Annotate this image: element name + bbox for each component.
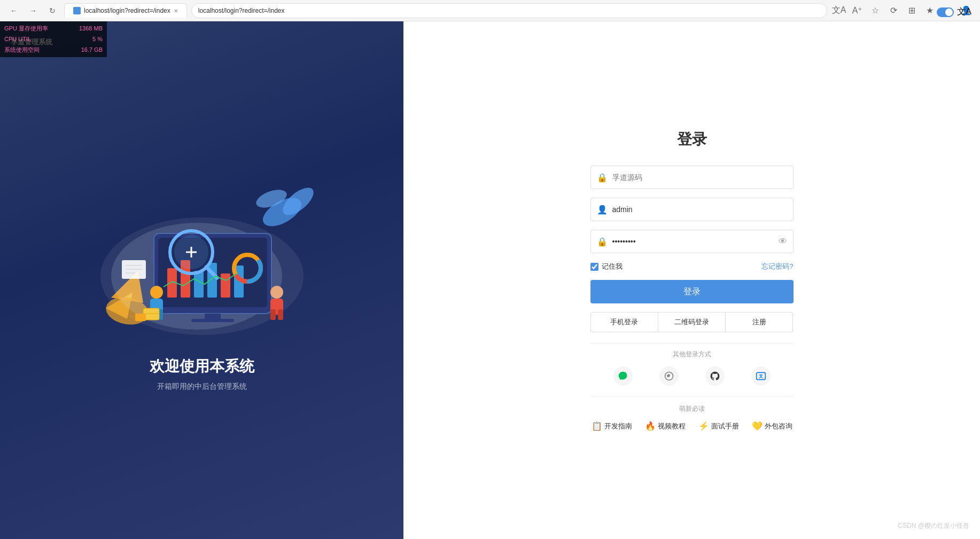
sys-disk-label: 系统使用空间 — [4, 46, 40, 53]
newbie-links: 📋 开发指南 🔥 视频教程 ⚡ 面试手册 💛 外包咨询 — [590, 421, 794, 431]
toggle-switch[interactable] — [937, 7, 954, 17]
refresh-button[interactable]: ↻ — [45, 3, 60, 18]
back-button[interactable]: ← — [6, 3, 21, 18]
star-icon[interactable]: ★ — [922, 3, 937, 18]
address-input[interactable] — [191, 3, 827, 18]
tab-favicon — [73, 7, 81, 14]
left-panel: 孚道管理系统 — [0, 21, 403, 539]
svg-rect-12 — [194, 271, 204, 298]
wechat-icon[interactable] — [613, 366, 633, 386]
dev-guide-label: 开发指南 — [604, 421, 632, 431]
divider2 — [590, 396, 794, 397]
alt-login-buttons: 手机登录 二维码登录 注册 — [590, 312, 794, 332]
qrcode-login-button[interactable]: 二维码登录 — [658, 312, 726, 332]
outsource-consult-link[interactable]: 💛 外包咨询 — [752, 421, 792, 431]
browser-bar: ← → ↻ localhost/login?redirect=/index ✕ … — [0, 0, 980, 21]
tenant-input[interactable] — [590, 166, 794, 189]
browser-tab[interactable]: localhost/login?redirect=/index ✕ — [64, 3, 187, 18]
tenant-icon: 🔒 — [597, 173, 608, 183]
forgot-password-link[interactable]: 忘记密码? — [761, 262, 793, 271]
social-icons: 支 — [590, 366, 794, 386]
username-group: 👤 — [590, 198, 794, 221]
csdn-watermark: CSDN @樱の红发小怪兽 — [898, 521, 969, 530]
gpu-util-value: 1368 MB — [79, 24, 103, 34]
illustration — [74, 169, 330, 340]
newbie-label: 萌新必读 — [590, 404, 794, 413]
right-panel: 登录 🔒 👤 🔒 👁 记住我 — [403, 21, 980, 539]
svg-rect-33 — [278, 309, 283, 320]
translate-label: 文A — [957, 6, 971, 18]
github-icon[interactable] — [705, 366, 725, 386]
refresh-icon2[interactable]: ⟳ — [886, 3, 901, 18]
user-icon: 👤 — [597, 205, 608, 215]
video-tutorial-icon: 🔥 — [645, 421, 656, 431]
welcome-title: 欢迎使用本系统 — [150, 356, 254, 377]
login-title: 登录 — [590, 129, 794, 150]
username-input[interactable] — [590, 198, 794, 221]
login-button[interactable]: 登录 — [590, 280, 794, 303]
eye-icon[interactable]: 👁 — [779, 237, 787, 246]
outsource-label: 外包咨询 — [765, 421, 792, 431]
divider1 — [590, 343, 794, 343]
interview-label: 面试手册 — [711, 421, 739, 431]
svg-text:支: 支 — [758, 373, 764, 379]
forward-button[interactable]: → — [26, 3, 41, 18]
svg-rect-20 — [191, 319, 234, 322]
translate-toggle[interactable]: 文A — [937, 6, 971, 18]
phone-login-button[interactable]: 手机登录 — [590, 312, 658, 332]
dev-guide-icon: 📋 — [592, 421, 602, 431]
remember-checkbox[interactable] — [590, 263, 598, 271]
interview-handbook-link[interactable]: ⚡ 面试手册 — [698, 421, 739, 431]
video-tutorial-label: 视频教程 — [658, 421, 686, 431]
svg-rect-32 — [270, 309, 276, 320]
video-tutorial-link[interactable]: 🔥 视频教程 — [645, 421, 686, 431]
password-input[interactable] — [590, 230, 794, 253]
sys-disk-value: 16.7 GB — [81, 45, 103, 56]
cpu-util-value: 5 % — [92, 34, 103, 45]
split-view-icon[interactable]: ⊞ — [904, 3, 919, 18]
main-content: 孚道管理系统 — [0, 21, 980, 539]
welcome-sub: 开箱即用的中后台管理系统 — [157, 382, 247, 392]
remember-me-label[interactable]: 记住我 — [590, 262, 623, 271]
weibo-icon[interactable] — [659, 366, 679, 386]
tenant-group: 🔒 — [590, 166, 794, 189]
read-mode-icon[interactable]: A⁺ — [850, 3, 865, 18]
cpu-util-label: CPU UTIL — [4, 36, 31, 42]
dev-guide-link[interactable]: 📋 开发指南 — [592, 421, 632, 431]
register-button[interactable]: 注册 — [726, 312, 793, 332]
svg-rect-36 — [135, 314, 146, 321]
svg-point-30 — [270, 286, 283, 299]
interview-icon: ⚡ — [698, 421, 709, 431]
close-tab-button[interactable]: ✕ — [174, 8, 178, 14]
password-group: 🔒 👁 — [590, 230, 794, 253]
form-options: 记住我 忘记密码? — [590, 262, 794, 271]
outsource-icon: 💛 — [752, 421, 763, 431]
tab-label: localhost/login?redirect=/index — [84, 7, 170, 14]
translate-icon[interactable]: 文A — [831, 3, 846, 18]
remember-me-text: 记住我 — [602, 262, 623, 271]
favorites-icon[interactable]: ☆ — [868, 3, 883, 18]
address-bar-container — [191, 3, 827, 18]
svg-point-26 — [150, 286, 163, 299]
login-form: 登录 🔒 👤 🔒 👁 记住我 — [590, 129, 794, 431]
alipay-icon[interactable]: 支 — [751, 366, 771, 386]
sys-monitor: GPU 显存使用率 1368 MB CPU UTIL 5 % 系统使用空间 16… — [0, 21, 107, 57]
lock-icon: 🔒 — [597, 237, 608, 247]
other-login-label: 其他登录方式 — [590, 350, 794, 359]
gpu-util-label: GPU 显存使用率 — [4, 25, 48, 32]
svg-rect-14 — [221, 274, 230, 298]
